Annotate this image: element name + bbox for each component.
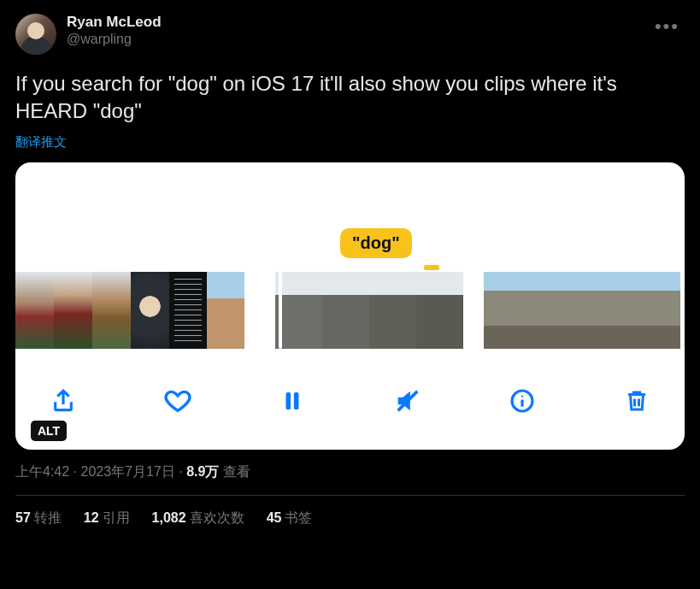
mute-icon[interactable] [391,384,425,418]
tweet-time[interactable]: 上午4:42 [15,464,69,479]
share-icon[interactable] [46,384,80,418]
thumbnail [54,272,92,349]
thumbnail [602,272,641,349]
thumbnail [92,272,131,349]
author-names[interactable]: Ryan McLeod @warpling [67,14,650,47]
views-count: 8.9万 [186,464,219,479]
media-card[interactable]: "dog" [15,162,685,450]
avatar[interactable] [15,14,56,55]
likes-stat[interactable]: 1,082喜欢次数 [152,509,244,527]
media-toolbar [15,376,685,426]
heart-icon[interactable] [161,384,195,418]
clip-gap [244,272,275,349]
thumbnail [275,272,322,349]
thumbnail [207,272,244,349]
display-name: Ryan McLeod [67,14,650,31]
pause-icon[interactable] [275,384,309,418]
thumbnail [369,272,416,349]
handle: @warpling [67,32,650,47]
thumbnail [131,272,169,349]
svg-point-3 [521,395,523,397]
thumbnail [641,272,680,349]
thumbnail [322,272,369,349]
trash-icon[interactable] [620,384,654,418]
views-label: 查看 [219,464,250,479]
thumbnail [523,272,562,349]
thumbnail [15,272,54,349]
playhead-tick [424,265,439,270]
search-term-badge: "dog" [340,228,412,258]
tweet-text: If you search for "dog" on iOS 17 it'll … [15,70,685,126]
thumbnail [169,272,207,349]
clip-gap [463,272,484,349]
tweet-header: Ryan McLeod @warpling ••• [15,14,685,55]
quotes-stat[interactable]: 12引用 [84,509,130,527]
thumbnail [484,272,523,349]
divider [15,495,685,496]
translate-link[interactable]: 翻译推文 [15,134,685,150]
thumbnail [416,272,463,349]
tweet-meta: 上午4:42 · 2023年7月17日 · 8.9万 查看 [15,463,685,481]
info-icon[interactable] [505,384,539,418]
tweet-date[interactable]: 2023年7月17日 [80,464,174,479]
tweet-stats: 57转推 12引用 1,082喜欢次数 45书签 [15,509,685,527]
thumbnail [562,272,602,349]
retweets-stat[interactable]: 57转推 [15,509,62,527]
tweet-container: Ryan McLeod @warpling ••• If you search … [0,0,700,527]
svg-rect-1 [294,392,299,409]
alt-badge[interactable]: ALT [31,421,67,441]
video-scrubber[interactable] [15,272,685,349]
bookmarks-stat[interactable]: 45书签 [267,509,313,527]
svg-rect-0 [286,392,291,409]
more-icon[interactable]: ••• [650,14,685,39]
